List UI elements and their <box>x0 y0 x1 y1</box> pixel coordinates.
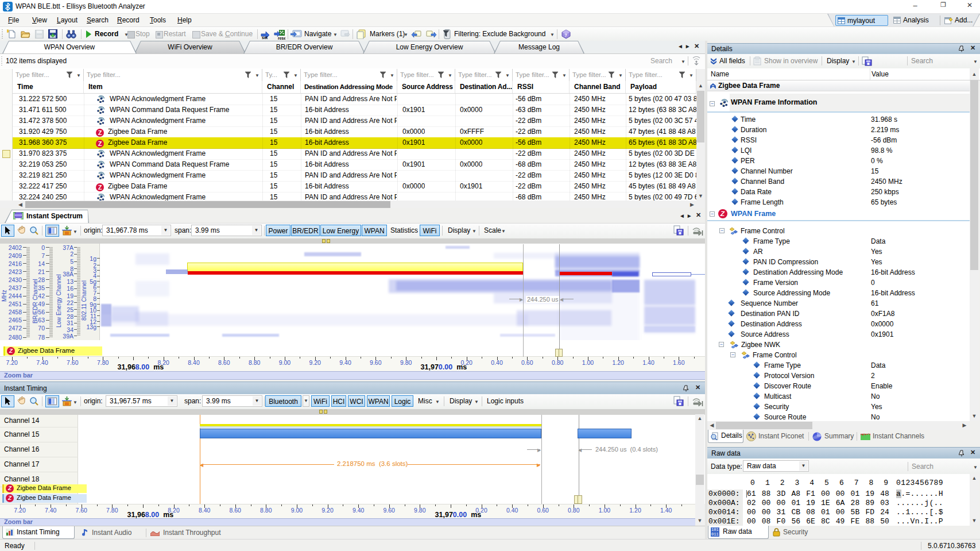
svg-text:?: ? <box>564 33 567 38</box>
svg-text:reset: reset <box>278 36 285 40</box>
svg-text:set: set <box>262 36 268 40</box>
